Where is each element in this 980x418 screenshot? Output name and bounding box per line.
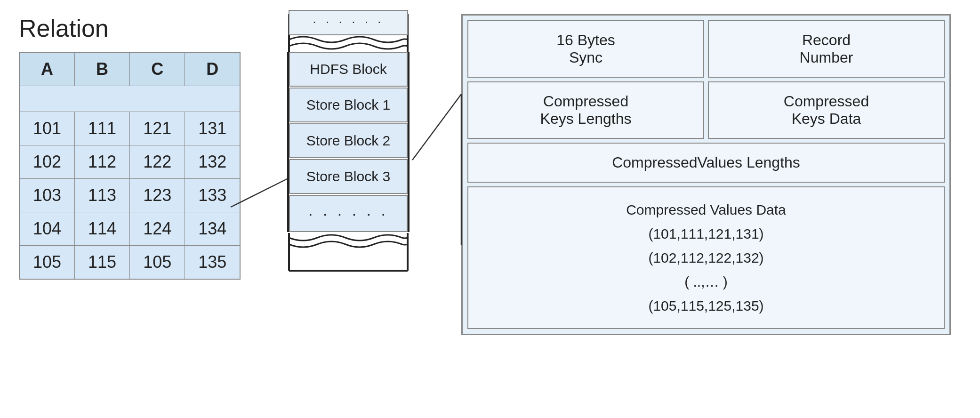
table-cell: 102: [19, 145, 75, 179]
relation-title: Relation: [19, 14, 241, 42]
table-cell: 101: [19, 112, 75, 145]
diagram-container: Relation A B C D 10111112113110211212213…: [0, 0, 980, 418]
table-cell: 105: [130, 246, 185, 280]
store-detail-grid: 16 Bytes Sync Record Number Compressed K…: [467, 20, 945, 329]
store-block-2-label: Store Block 2: [289, 123, 408, 158]
hdfs-column: · · · · · · HDFS Block Store Block 1 Sto…: [287, 9, 410, 275]
store-block-3-label: Store Block 3: [289, 159, 408, 194]
values-data-row2: (102,112,122,132): [476, 246, 936, 270]
table-cell: 135: [185, 246, 241, 280]
relation-table: A B C D 10111112113110211212213210311312…: [19, 52, 241, 280]
hdfs-blocks: HDFS Block Store Block 1 Store Block 2 S…: [287, 52, 410, 232]
table-cell: 132: [185, 145, 241, 179]
store-block-1-label: Store Block 1: [289, 88, 408, 122]
table-row: 104114124134: [19, 212, 240, 246]
table-cell: 122: [130, 145, 185, 179]
table-cell: 112: [75, 145, 130, 179]
table-cell: 104: [19, 212, 75, 246]
table-cell: 123: [130, 179, 185, 212]
table-cell: 115: [75, 246, 130, 280]
table-cell: 105: [19, 246, 75, 280]
table-row: 103113123133: [19, 179, 240, 212]
cell-record-number: Record Number: [708, 20, 945, 78]
table-row: 102112122132: [19, 145, 240, 179]
table-cell: 133: [185, 179, 241, 212]
wavy-top: · · · · · ·: [287, 9, 410, 52]
relation-section: Relation A B C D 10111112113110211212213…: [19, 14, 241, 280]
values-data-title: Compressed Values Data: [476, 198, 936, 222]
cell-16bytes-sync: 16 Bytes Sync: [467, 20, 704, 78]
col-header-a: A: [19, 52, 75, 86]
col-header-b: B: [75, 52, 130, 86]
col-header-d: D: [185, 52, 241, 86]
table-cell: 111: [75, 112, 130, 145]
svg-line-8: [412, 94, 461, 160]
cell-keys-lengths: Compressed Keys Lengths: [467, 81, 704, 139]
table-cell: 134: [185, 212, 241, 246]
table-cell: 121: [130, 112, 185, 145]
svg-text:· · ·  · · ·: · · · · · ·: [313, 14, 384, 29]
store-detail: 16 Bytes Sync Record Number Compressed K…: [461, 14, 951, 335]
hdfs-section: · · · · · · HDFS Block Store Block 1 Sto…: [287, 9, 410, 275]
values-data-row1: (101,111,121,131): [476, 222, 936, 246]
cell-values-data: Compressed Values Data (101,111,121,131)…: [467, 186, 945, 329]
col-header-c: C: [130, 52, 185, 86]
table-cell: 114: [75, 212, 130, 246]
table-cell: 113: [75, 179, 130, 212]
hdfs-bottom-dots: · · · · · ·: [289, 195, 408, 232]
hdfs-block-label: HDFS Block: [289, 52, 408, 87]
values-data-row4: (105,115,125,135): [476, 294, 936, 318]
cell-keys-data: Compressed Keys Data: [708, 81, 945, 139]
values-data-row3: ( ..,… ): [476, 270, 936, 294]
wavy-bottom: [287, 233, 410, 275]
table-row: 101111121131: [19, 112, 240, 145]
table-cell: 103: [19, 179, 75, 212]
table-cell: 131: [185, 112, 241, 145]
table-row: 105115105135: [19, 246, 240, 280]
table-cell: 124: [130, 212, 185, 246]
cell-values-lengths: CompressedValues Lengths: [467, 143, 945, 183]
